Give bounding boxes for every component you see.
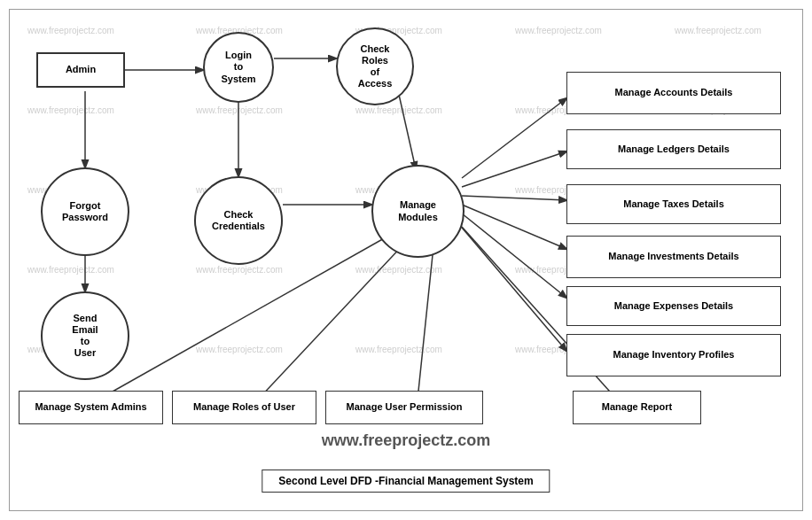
send-email-node: Send Email to User xyxy=(41,291,129,380)
watermark-23: www.freeprojectz.com xyxy=(355,345,442,354)
manage-taxes-node: Manage Taxes Details xyxy=(566,184,781,224)
manage-ledgers-node: Manage Ledgers Details xyxy=(566,129,781,169)
website-label: www.freeprojectz.com xyxy=(322,431,490,450)
manage-investments-node: Manage Investments Details xyxy=(566,236,781,278)
manage-user-permission-node: Manage User Permission xyxy=(325,391,483,424)
watermark-22: www.freeprojectz.com xyxy=(196,345,283,354)
svg-line-8 xyxy=(462,151,566,187)
svg-line-9 xyxy=(462,196,566,200)
svg-line-7 xyxy=(462,98,566,178)
watermark-6: www.freeprojectz.com xyxy=(27,105,114,115)
manage-modules-node: Manage Modules xyxy=(371,165,465,258)
watermark-8: www.freeprojectz.com xyxy=(355,105,442,115)
manage-system-admins-node: Manage System Admins xyxy=(19,391,163,424)
diagram-container: www.freeprojectz.com www.freeprojectz.co… xyxy=(9,9,803,511)
check-roles-node: Check Roles of Access xyxy=(336,27,414,105)
svg-line-11 xyxy=(462,213,566,298)
manage-expenses-node: Manage Expenses Details xyxy=(566,286,781,326)
diagram-title: Second Level DFD -Financial Management S… xyxy=(262,470,550,493)
watermark-7: www.freeprojectz.com xyxy=(196,105,283,115)
svg-line-10 xyxy=(462,205,566,249)
svg-line-12 xyxy=(457,222,566,351)
check-credentials-node: Check Credentials xyxy=(194,176,283,265)
manage-accounts-node: Manage Accounts Details xyxy=(566,72,781,114)
login-node: Login to System xyxy=(203,32,274,103)
watermark-17: www.freeprojectz.com xyxy=(196,265,283,275)
admin-node: Admin xyxy=(36,52,125,88)
manage-report-node: Manage Report xyxy=(573,391,701,424)
watermark-1: www.freeprojectz.com xyxy=(27,26,114,35)
watermark-16: www.freeprojectz.com xyxy=(27,265,114,275)
watermark-4: www.freeprojectz.com xyxy=(515,26,602,35)
manage-inventory-node: Manage Inventory Profiles xyxy=(566,334,781,376)
watermark-18: www.freeprojectz.com xyxy=(355,265,442,275)
watermark-5: www.freeprojectz.com xyxy=(675,26,761,35)
forgot-password-node: Forgot Password xyxy=(41,167,129,256)
manage-roles-node: Manage Roles of User xyxy=(172,391,316,424)
svg-line-14 xyxy=(258,229,418,400)
